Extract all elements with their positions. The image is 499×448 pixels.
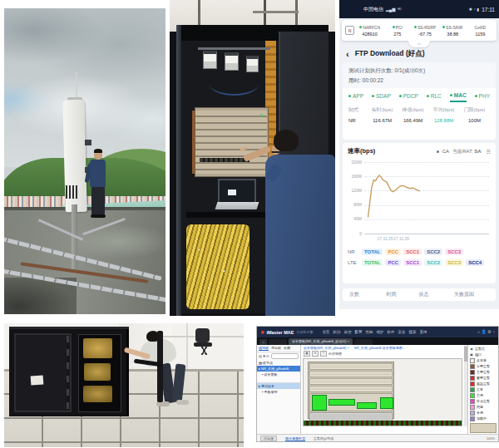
nr-legend-row: NR TOTALPCCSCC1SCC2SCC3 [348, 249, 491, 255]
menu-item-安全[interactable]: 安全 [398, 330, 405, 334]
legend-pill-scc3[interactable]: SCC3 [445, 259, 463, 266]
empty-slot-row[interactable] [309, 386, 393, 392]
fiber-frame-module [84, 363, 111, 381]
tree-tab-logical[interactable]: 逻辑树 [271, 346, 281, 351]
home-tab-icon[interactable]: ⌂ [259, 339, 267, 345]
laptop-keyboard [215, 202, 259, 209]
toolbar-refresh-button[interactable]: ⟳ [312, 351, 319, 357]
status-bar: 已连接 网元健康检查 告警同步完成 100% [257, 434, 498, 441]
layer-tab-phy[interactable]: PHY [475, 92, 490, 102]
menu-item-拓扑[interactable]: 拓扑 [333, 330, 340, 334]
metric-label-text: SS-SINR [446, 25, 462, 30]
legend-pill-scc1[interactable]: SCC1 [403, 249, 422, 255]
legend-label: 重要告警 [477, 376, 490, 380]
engineer-shoe [176, 400, 189, 405]
menu-item-首页[interactable]: 首页 [322, 330, 329, 334]
legend-color-swatch [470, 382, 475, 386]
layer-tab-sdap[interactable]: SDAP [372, 92, 391, 102]
collapse-chevron-icon[interactable]: ⌄ [408, 41, 430, 47]
legend-pill-pcc[interactable]: PCC [385, 249, 401, 255]
tree-node-selected-2[interactable]: ▸ 基站设备 [257, 383, 300, 389]
board-normal[interactable] [312, 395, 327, 411]
panel-link-1[interactable]: 设备面板(NR_香洲_gNodeB) × [304, 346, 349, 350]
legend-pill-total[interactable]: TOTAL [362, 249, 383, 255]
top-nav-bar: ❖ iMaster MAE 自动化引擎 首页拓扑监控配置性能维护软件安全报表系统… [257, 327, 498, 337]
legend-pill-scc1[interactable]: SCC1 [403, 259, 422, 266]
tree-search-input[interactable] [271, 353, 299, 359]
menu-item-配置[interactable]: 配置 [354, 330, 362, 334]
legend-row-主要告警: 主要告警 [468, 369, 498, 375]
toolbar-grid-button[interactable]: ▦ [304, 351, 310, 357]
scrollbar-thumb[interactable] [464, 347, 467, 362]
result-list-header: 次数时间状态失败原因 [343, 288, 496, 301]
tree-node-child-2[interactable]: ▪ 单板管理 [257, 389, 300, 395]
rack-left-edge [176, 25, 181, 316]
legend-row-重要告警: 重要告警 [468, 375, 498, 381]
empty-slot-row[interactable] [309, 371, 393, 377]
filter-icon[interactable]: ☴ [487, 149, 491, 155]
active-tab[interactable]: 设备面板(NR_香洲_gNodeB_好点站) × [289, 338, 353, 345]
empty-slot-row[interactable] [309, 363, 393, 370]
layer-tab-pdcp[interactable]: PDCP [399, 92, 418, 102]
metric-label: PCI [383, 25, 411, 30]
tree-node-child[interactable]: ▪ 设备面板 [257, 372, 300, 377]
menu-item-报表[interactable]: 报表 [408, 330, 416, 334]
tree-node-root[interactable]: ▦ 根节点 [257, 360, 300, 366]
metric-value: 275 [383, 32, 411, 37]
panel-toolbar: ▦ ⟳ ? 机框视图 [301, 351, 467, 357]
vertical-scrollbar[interactable] [464, 345, 467, 426]
layer-tab-app[interactable]: APP [348, 92, 363, 102]
inactive-tab[interactable] [354, 339, 373, 345]
legend-pill-scc4[interactable]: SCC4 [466, 259, 484, 266]
connection-status: 已连接 [260, 436, 277, 441]
board-normal[interactable] [380, 397, 393, 409]
tree-tabs: 物理树 逻辑树 收藏 [257, 345, 300, 352]
legend-color-swatch [470, 376, 475, 381]
y-tick-label: 200M [348, 160, 362, 165]
empty-slot-row[interactable] [309, 378, 393, 385]
panel-link-2[interactable]: NR_香洲_gNodeB-设备面板视图... [354, 346, 405, 350]
legend-pill-scc2[interactable]: SCC2 [424, 249, 442, 255]
bbu-boards [195, 111, 268, 174]
menu-item-软件[interactable]: 软件 [387, 330, 394, 334]
clock-time: 17:11 [482, 7, 495, 12]
inactive-tab[interactable] [269, 339, 287, 345]
rat-prefix: 当前RAT: [452, 149, 473, 154]
tree-tab-favorite[interactable]: 收藏 [284, 346, 290, 351]
toolbar-help-button[interactable]: ? [320, 351, 327, 357]
photo-rooftop-antenna [4, 8, 166, 314]
ceiling-bracket [253, 11, 299, 13]
menu-item-系统[interactable]: 系统 [419, 330, 427, 334]
metric-value: 1159 [467, 32, 494, 37]
legend-pill-scc2[interactable]: SCC2 [424, 259, 442, 266]
tree-tab-physical[interactable]: 物理树 [259, 346, 269, 351]
result-col-header: 时间 [374, 291, 408, 298]
legend-pill-total[interactable]: TOTAL [362, 259, 383, 266]
legend-pill-scc3[interactable]: SCC3 [445, 249, 463, 255]
layer-tab-rlc[interactable]: RLC [427, 92, 442, 102]
engineer-hair [274, 130, 299, 151]
desktop-screenshot-imaster: ❖ iMaster MAE 自动化引擎 首页拓扑监控配置性能维护软件安全报表系统… [249, 323, 499, 448]
menu-item-维护[interactable]: 维护 [376, 330, 383, 334]
navigation-tree-panel: 物理树 逻辑树 收藏 ▤ ✚ ⟳ ▦ 根节点 ▸ NR_香洲_gNodeB ▪ … [257, 345, 301, 434]
menu-item-性能[interactable]: 性能 [365, 330, 373, 334]
x-tick-label: 17:11:35 [393, 236, 409, 241]
topbar-icons[interactable]: ⌕ 👤 ⚙ ◔ [477, 329, 495, 335]
rate-cell: 116.67M [367, 118, 398, 123]
tree-tool-icons[interactable]: ▤ ✚ ⟳ [259, 354, 269, 358]
legend-pill-pcc[interactable]: PCC [385, 259, 401, 266]
back-icon[interactable]: ‹ [346, 50, 349, 58]
tree-node-selected[interactable]: ▸ NR_香洲_gNodeB [257, 366, 300, 372]
legend-color-swatch [470, 393, 475, 398]
board-normal[interactable] [329, 399, 355, 406]
layer-tab-label: PHY [479, 93, 490, 99]
board-normal[interactable] [357, 402, 377, 409]
legend-color-swatch [470, 358, 475, 363]
green-dot-icon [475, 95, 477, 97]
engineer-shirt [90, 160, 106, 187]
menu-item-监控[interactable]: 监控 [343, 330, 351, 334]
green-dot-icon [399, 95, 402, 97]
layer-tab-mac[interactable]: MAC [450, 92, 467, 102]
health-check-link[interactable]: 网元健康检查 [285, 436, 305, 441]
antenna-jumper-cables [66, 185, 77, 199]
